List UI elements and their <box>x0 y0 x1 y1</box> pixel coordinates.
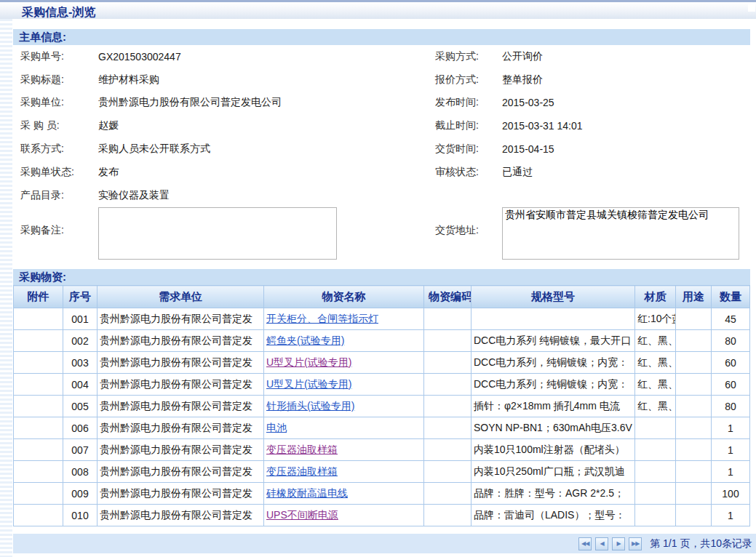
table-row: 006 贵州黔源电力股份有限公司普定发 电池 SOYN NP-BN1；630mA… <box>14 417 750 439</box>
col-header-material: 材质 <box>635 286 676 308</box>
field-row: 联系方式: 采购人员未公开联系方式 <box>20 137 428 161</box>
material-link[interactable]: 开关柜分、合闸等指示灯 <box>266 313 378 324</box>
cell-unit: 贵州黔源电力股份有限公司普定发 <box>98 374 264 396</box>
table-row: 004 贵州黔源电力股份有限公司普定发 U型叉片(试验专用) DCC电力系列；纯… <box>14 374 750 396</box>
field-row: 采购单位: 贵州黔源电力股份有限公司普定发电公司 <box>20 92 428 115</box>
cell-unit: 贵州黔源电力股份有限公司普定发 <box>98 352 264 374</box>
cell-use <box>676 505 712 526</box>
cell-seq: 002 <box>63 330 98 352</box>
col-header-unit: 需求单位 <box>98 286 264 308</box>
title-bar: 采购信息-浏览 <box>0 0 756 19</box>
first-page-button[interactable]: ◀◀ <box>578 537 592 550</box>
col-header-seq: 序号 <box>63 286 98 308</box>
material-link[interactable]: 针形插头(试验专用) <box>266 400 354 412</box>
cell-unit: 贵州黔源电力股份有限公司普定发 <box>98 483 264 505</box>
cell-material: 红、黑、 <box>635 330 676 352</box>
field-label: 截止时间: <box>435 119 502 132</box>
material-link[interactable]: 变压器油取样箱 <box>266 465 338 477</box>
field-row: 截止时间: 2015-03-31 14:01 <box>435 114 748 137</box>
cell-attachment <box>14 505 63 526</box>
cell-unit: 贵州黔源电力股份有限公司普定发 <box>98 505 264 526</box>
table-row: 007 贵州黔源电力股份有限公司普定发 变压器油取样箱 内装10只100ml注射… <box>14 439 750 461</box>
cell-seq: 003 <box>63 352 98 374</box>
field-label: 采购单号: <box>20 50 98 63</box>
cell-name: 开关柜分、合闸等指示灯 <box>264 308 424 330</box>
field-row: 审核状态: 已通过 <box>435 161 748 184</box>
field-label: 发布时间: <box>435 96 502 109</box>
cell-spec <box>471 308 635 330</box>
col-header-spec: 规格型号 <box>471 286 635 308</box>
cell-code <box>424 439 471 461</box>
field-value: GX201503002447 <box>98 51 181 63</box>
cell-name: 变压器油取样箱 <box>264 461 424 483</box>
field-label: 产品目录: <box>20 189 98 202</box>
material-link[interactable]: U型叉片(试验专用) <box>266 378 351 390</box>
field-row: 采购单号: GX201503002447 <box>20 45 428 68</box>
cell-qty: 100 <box>712 483 750 505</box>
cell-attachment <box>14 308 63 330</box>
table-row: 005 贵州黔源电力股份有限公司普定发 针形插头(试验专用) 插针：φ2×18m… <box>14 396 750 417</box>
field-row: 交货时间: 2015-04-15 <box>435 137 748 161</box>
delivery-address-textarea[interactable]: 贵州省安顺市普定县城关镇梭筛普定发电公司 <box>502 207 739 260</box>
cell-qty: 1 <box>712 439 750 461</box>
cell-spec: SOYN NP-BN1；630mAh电压3.6V <box>471 417 635 439</box>
field-label: 联系方式: <box>20 143 98 156</box>
material-link[interactable]: 电池 <box>266 422 287 433</box>
cell-use <box>676 461 712 483</box>
delivery-address-label: 交货地址: <box>435 224 479 237</box>
cell-qty: 80 <box>712 330 750 352</box>
cell-attachment <box>14 352 63 374</box>
cell-code <box>424 417 471 439</box>
cell-material <box>635 439 676 461</box>
cell-spec: 插针：φ2×18mm 插孔4mm 电流 <box>471 396 635 417</box>
cell-qty: 60 <box>712 374 750 396</box>
cell-use <box>676 396 712 417</box>
cell-use <box>676 483 712 505</box>
cell-name: 电池 <box>264 417 424 439</box>
field-label: 交货时间: <box>435 143 502 156</box>
material-link[interactable]: U型叉片(试验专用) <box>266 356 351 368</box>
cell-code <box>424 330 471 352</box>
table-row: 010 贵州黔源电力股份有限公司普定发 UPS不间断电源 品牌：雷迪司（LADI… <box>14 505 750 526</box>
cell-qty: 1 <box>712 461 750 483</box>
cell-code <box>424 308 471 330</box>
field-row: 采 购 员: 赵媛 <box>20 114 428 137</box>
pagination-bar: ◀◀◀▶▶▶第 1/1 页，共10条记录 <box>13 534 756 553</box>
cell-name: U型叉片(试验专用) <box>264 374 424 396</box>
main-info-left-fields: 采购单号: GX201503002447 采购标题: 维护材料采购 采购单位: … <box>20 45 428 207</box>
material-link[interactable]: 变压器油取样箱 <box>266 444 338 455</box>
field-row: 产品目录: 实验仪器及装置 <box>20 184 428 207</box>
field-value: 维护材料采购 <box>98 73 159 87</box>
cell-unit: 贵州黔源电力股份有限公司普定发 <box>98 439 264 461</box>
last-page-button[interactable]: ▶▶ <box>629 537 642 550</box>
cell-seq: 009 <box>63 483 98 505</box>
section-header-main-info: 主单信息: <box>13 29 750 45</box>
next-page-button[interactable]: ▶ <box>612 537 625 550</box>
cell-seq: 008 <box>63 461 98 483</box>
cell-seq: 007 <box>63 439 98 461</box>
cell-material <box>635 461 676 483</box>
remark-textarea[interactable] <box>98 207 337 260</box>
cell-attachment <box>14 439 63 461</box>
main-info-right-fields: 采购方式: 公开询价 报价方式: 整单报价 发布时间: 2015-03-25 截… <box>435 45 748 184</box>
material-link[interactable]: UPS不间断电源 <box>266 509 338 521</box>
arrow-right-icon: ▶ <box>617 540 621 547</box>
cell-material: 红、黑、 <box>635 374 676 396</box>
cell-code <box>424 461 471 483</box>
prev-page-button[interactable]: ◀ <box>595 537 608 550</box>
field-row: 发布时间: 2015-03-25 <box>435 92 748 115</box>
field-value: 2015-03-25 <box>502 97 554 108</box>
field-label: 报价方式: <box>435 73 502 87</box>
material-link[interactable]: 鳄鱼夹(试验专用) <box>266 334 344 346</box>
field-label: 采 购 员: <box>20 119 98 132</box>
cell-material: 红:10个蓝 <box>635 308 676 330</box>
table-row: 008 贵州黔源电力股份有限公司普定发 变压器油取样箱 内装10只250ml广口… <box>14 461 750 483</box>
scrollbar-corner <box>748 4 755 12</box>
left-gutter-stripe <box>0 19 12 557</box>
field-label: 审核状态: <box>435 166 502 179</box>
field-row: 采购方式: 公开询价 <box>435 45 748 68</box>
cell-name: 鳄鱼夹(试验专用) <box>264 330 424 352</box>
material-link[interactable]: 硅橡胶耐高温电线 <box>266 487 348 499</box>
col-header-use: 用途 <box>676 286 712 308</box>
cell-material <box>635 505 676 526</box>
